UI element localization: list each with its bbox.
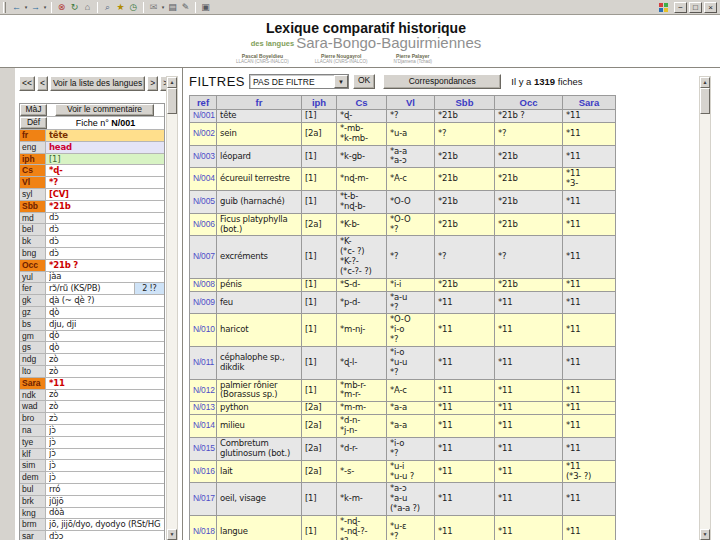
scroll-track[interactable]: [167, 88, 177, 529]
cell-vl: *O-O *?: [387, 213, 435, 236]
cell-vl: *a-a: [387, 402, 435, 415]
ref-link[interactable]: N/014: [190, 415, 217, 438]
ref-link[interactable]: N/005: [190, 191, 217, 214]
ref-link[interactable]: N/002: [190, 122, 217, 145]
column-header-Sbb[interactable]: Sbb: [435, 96, 495, 110]
update-button[interactable]: MàJ: [20, 104, 47, 116]
language-code-label: brk: [20, 496, 46, 507]
sidebar-row: beldɔ̀: [20, 224, 164, 236]
table-row: N/003léopard[1]*k-gb-*a-a *a-ɔ*21b*21b*1…: [190, 145, 616, 168]
sidebar-scrollbar[interactable]: ▲ ▼: [166, 76, 178, 540]
ref-link[interactable]: N/011: [190, 347, 217, 380]
maximize-button[interactable]: □: [689, 2, 702, 13]
first-record-button[interactable]: <<: [19, 76, 35, 91]
language-code-label: syl: [20, 189, 46, 200]
print-icon[interactable]: ▤: [166, 1, 179, 13]
ref-link[interactable]: N/018: [190, 515, 217, 540]
language-value: jũjõ: [46, 496, 164, 507]
language-code-label: fer: [20, 283, 46, 294]
forward-dropdown-icon[interactable]: ▾: [42, 4, 48, 10]
cell-iph: [1]: [302, 314, 337, 347]
scroll-up-button[interactable]: ▲: [700, 77, 710, 88]
toolbar-separator: [97, 2, 98, 13]
language-value: jō, jijō/dyo, dyodyo (RSt/HG): [46, 519, 164, 530]
ref-link[interactable]: N/012: [190, 379, 217, 402]
language-code-label: dem: [20, 472, 46, 483]
filter-select[interactable]: PAS DE FILTRE ▼: [249, 74, 349, 89]
cell-sara: *11: [563, 402, 616, 415]
next-record-button[interactable]: >: [147, 76, 158, 91]
header-row: reffriphCsVlSbbOccSara: [190, 96, 616, 110]
column-header-ref[interactable]: ref: [190, 96, 217, 110]
stop-icon[interactable]: ⊗: [55, 1, 68, 13]
ref-link[interactable]: N/013: [190, 402, 217, 415]
correspondances-button[interactable]: Correspondances: [383, 74, 501, 89]
column-header-Sara[interactable]: Sara: [563, 96, 616, 110]
scroll-thumb[interactable]: [700, 88, 710, 114]
column-header-Cs[interactable]: Cs: [337, 96, 387, 110]
prev-record-button[interactable]: <: [37, 76, 48, 91]
language-code-label: bro: [20, 413, 46, 424]
author: Pascal BoyeldieuLLACAN (CNRS-INALCO): [236, 53, 289, 64]
scroll-down-button[interactable]: ▼: [167, 529, 177, 540]
note-badge[interactable]: 2 !?: [134, 283, 164, 294]
home-icon[interactable]: ⌂: [81, 1, 94, 13]
ref-link[interactable]: N/008: [190, 278, 217, 291]
ref-link[interactable]: N/004: [190, 168, 217, 191]
main-scrollbar[interactable]: ▲ ▼: [699, 76, 711, 540]
ref-link[interactable]: N/015: [190, 437, 217, 460]
column-header-fr[interactable]: fr: [217, 96, 302, 110]
language-code-label: Vl: [20, 177, 46, 188]
ref-link[interactable]: N/017: [190, 483, 217, 516]
scroll-up-button[interactable]: ▲: [167, 77, 177, 88]
language-list-button[interactable]: Voir la liste des langues: [50, 76, 145, 91]
cell-sbb: *11: [435, 483, 495, 516]
language-code-label: bul: [20, 484, 46, 495]
language-value-text: jɔ̀: [49, 472, 161, 483]
ref-link[interactable]: N/001: [190, 110, 217, 123]
ref-link[interactable]: N/003: [190, 145, 217, 168]
discuss-icon[interactable]: ▣: [199, 1, 212, 13]
minimize-button[interactable]: −: [674, 2, 687, 13]
ok-button[interactable]: OK: [353, 74, 375, 89]
author-affiliation: LLACAN (CNRS-INALCO): [315, 59, 368, 64]
definition-button[interactable]: Déf: [20, 117, 47, 129]
column-header-Vl[interactable]: Vl: [387, 96, 435, 110]
scroll-track[interactable]: [700, 88, 710, 529]
language-value-text: zɔ̀: [49, 413, 161, 424]
close-button[interactable]: ×: [704, 2, 717, 13]
cell-iph: [1]: [302, 191, 337, 214]
forward-icon[interactable]: →: [29, 1, 42, 13]
column-header-iph[interactable]: iph: [302, 96, 337, 110]
search-icon[interactable]: ⌕: [101, 1, 114, 13]
mail-icon[interactable]: ✉: [147, 1, 160, 13]
results-table-body: N/001tête[1]*ɖ-*?*21b*21b ?*11N/002sein[…: [190, 110, 616, 540]
table-row: N/009feu[1]*p-d-*a-u *?*11*11*11: [190, 291, 616, 314]
cell-iph: [2a]: [302, 437, 337, 460]
window-controls: − □ ×: [659, 2, 717, 13]
favorites-icon[interactable]: ★: [114, 1, 127, 13]
toolbar-grip[interactable]: [3, 2, 6, 13]
ref-link[interactable]: N/016: [190, 460, 217, 483]
sidebar-row: enghead: [20, 142, 164, 154]
ref-link[interactable]: N/006: [190, 213, 217, 236]
cell-vl: *?: [387, 110, 435, 123]
language-value: dɔ̀: [46, 248, 164, 259]
cell-vl: *a-a: [387, 415, 435, 438]
scroll-down-button[interactable]: ▼: [700, 529, 710, 540]
column-header-Occ[interactable]: Occ: [495, 96, 563, 110]
comment-button[interactable]: Voir le commentaire: [55, 104, 154, 116]
cell-vl: *a-u *?: [387, 291, 435, 314]
ref-link[interactable]: N/010: [190, 314, 217, 347]
ref-link[interactable]: N/009: [190, 291, 217, 314]
cell-vl: *i-o *?: [387, 437, 435, 460]
chevron-down-icon[interactable]: ▼: [334, 75, 348, 88]
cell-vl: *a-a *a-ɔ: [387, 145, 435, 168]
edit-icon[interactable]: ✎: [179, 1, 192, 13]
back-icon[interactable]: ←: [10, 1, 23, 13]
language-value: head: [46, 142, 164, 153]
scroll-thumb[interactable]: [167, 88, 177, 114]
history-icon[interactable]: ◷: [127, 1, 140, 13]
ref-link[interactable]: N/007: [190, 236, 217, 278]
refresh-icon[interactable]: ↻: [68, 1, 81, 13]
